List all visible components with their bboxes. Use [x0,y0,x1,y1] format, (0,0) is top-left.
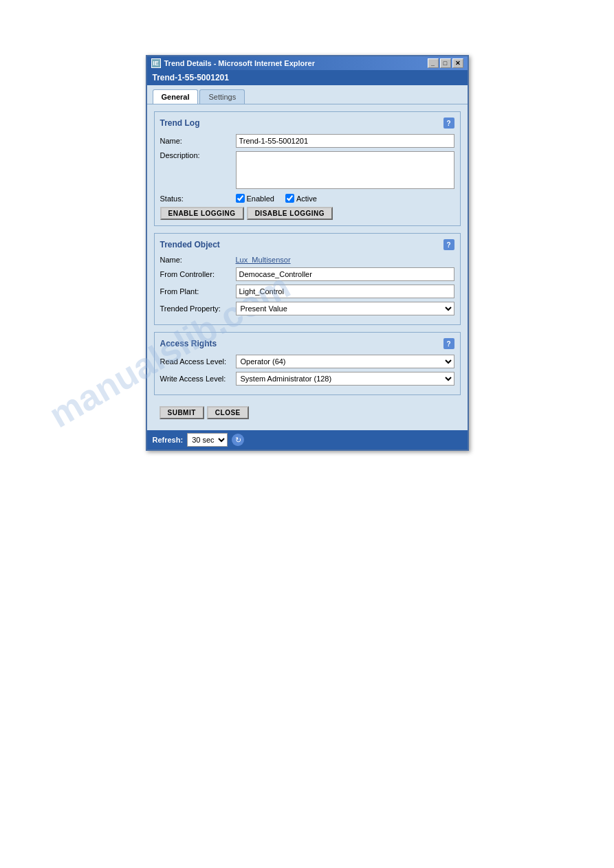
trended-property-row: Trended Property: Present Value Status F… [160,302,454,315]
trended-object-help-icon[interactable]: ? [443,239,454,250]
name-label: Name: [160,137,236,145]
trended-object-section: Trended Object ? Name: Lux_Multisensor F… [154,233,461,325]
trended-name-row: Name: Lux_Multisensor [160,256,454,264]
window-title: Trend Details - Microsoft Internet Explo… [164,59,315,67]
enabled-checkbox-item: Enabled [236,194,274,203]
active-checkbox[interactable] [285,194,294,203]
read-access-select[interactable]: Operator (64) Administrator (32) System … [236,355,454,368]
write-access-label: Write Access Level: [160,375,236,383]
trended-property-label: Trended Property: [160,304,236,313]
window-controls: _ □ ✕ [428,58,463,68]
access-rights-title: Access Rights [160,339,217,348]
name-row: Name: [160,134,454,148]
trended-name-label: Name: [160,256,236,264]
trended-property-wrapper: Present Value Status Flags Reliability [236,302,454,315]
enabled-checkbox[interactable] [236,194,245,203]
trended-object-header: Trended Object ? [160,239,454,250]
write-access-row: Write Access Level: Operator (64) Admini… [160,372,454,386]
footer-bar: Refresh: 10 sec 30 sec 60 sec 5 min ↻ [147,430,468,449]
main-window: IE Trend Details - Microsoft Internet Ex… [146,55,469,451]
write-access-wrapper: Operator (64) Administrator (32) System … [236,372,454,386]
form-buttons-row: SUBMIT CLOSE [154,402,461,423]
active-checkbox-item: Active [285,194,317,203]
trended-name-value[interactable]: Lux_Multisensor [236,256,291,264]
title-bar-left: IE Trend Details - Microsoft Internet Ex… [151,58,315,68]
status-label: Status: [160,194,236,203]
from-controller-label: From Controller: [160,270,236,278]
from-controller-input[interactable] [236,267,454,281]
from-controller-row: From Controller: [160,267,454,281]
trend-log-title: Trend Log [160,118,200,128]
disable-logging-button[interactable]: DISABLE LOGGING [247,207,333,220]
description-textarea[interactable] [236,151,454,189]
trend-log-header: Trend Log ? [160,118,454,129]
write-access-select[interactable]: Operator (64) Administrator (32) System … [236,372,454,386]
access-rights-section: Access Rights ? Read Access Level: Opera… [154,332,461,395]
minimize-button[interactable]: _ [428,58,439,68]
access-rights-header: Access Rights ? [160,338,454,349]
tab-bar: General Settings [147,85,468,104]
description-wrapper [236,151,454,190]
restore-button[interactable]: □ [440,58,451,68]
description-row: Description: [160,151,454,190]
trend-log-section: Trend Log ? Name: Description: [154,111,461,226]
from-plant-row: From Plant: [160,285,454,298]
logging-buttons-row: ENABLE LOGGING DISABLE LOGGING [160,207,454,220]
window-subtitle: Trend-1-55-5001201 [147,70,468,85]
enable-logging-button[interactable]: ENABLE LOGGING [160,207,244,220]
description-label: Description: [160,151,236,159]
access-rights-help-icon[interactable]: ? [443,338,454,349]
read-access-wrapper: Operator (64) Administrator (32) System … [236,355,454,368]
name-input[interactable] [236,134,454,148]
app-icon: IE [151,58,161,68]
title-bar: IE Trend Details - Microsoft Internet Ex… [147,56,468,70]
refresh-label: Refresh: [153,436,184,444]
active-label: Active [296,194,317,203]
read-access-label: Read Access Level: [160,357,236,366]
read-access-row: Read Access Level: Operator (64) Adminis… [160,355,454,368]
trend-log-help-icon[interactable]: ? [443,118,454,129]
submit-button[interactable]: SUBMIT [160,406,204,419]
refresh-icon[interactable]: ↻ [232,434,244,446]
enabled-label: Enabled [247,194,274,203]
tab-general[interactable]: General [153,89,199,104]
checkbox-group: Enabled Active [236,194,317,203]
trended-property-select[interactable]: Present Value Status Flags Reliability [236,302,454,315]
from-plant-input[interactable] [236,285,454,298]
close-button[interactable]: ✕ [452,58,463,68]
main-content: Trend Log ? Name: Description: [147,104,468,430]
close-button-form[interactable]: CLOSE [207,406,249,419]
tab-settings[interactable]: Settings [199,89,245,104]
status-row: Status: Enabled Active [160,194,454,203]
trended-object-title: Trended Object [160,240,220,249]
from-plant-label: From Plant: [160,287,236,296]
refresh-select[interactable]: 10 sec 30 sec 60 sec 5 min [187,433,228,447]
